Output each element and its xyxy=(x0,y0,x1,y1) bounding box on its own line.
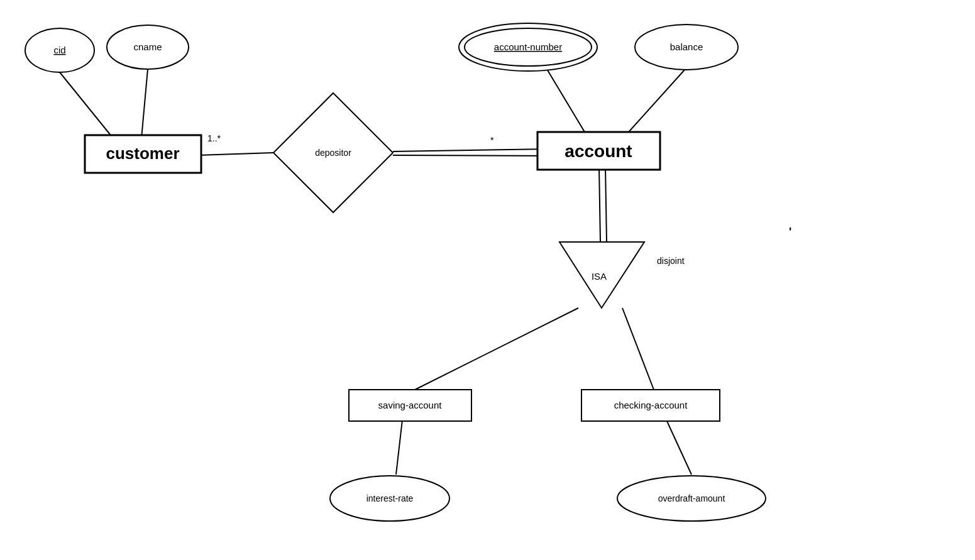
cardinality-customer: 1..* xyxy=(207,133,221,143)
isa-label: ISA xyxy=(592,271,607,282)
rel-depositor-label: depositor xyxy=(315,148,351,158)
note-dot: ' xyxy=(789,226,791,238)
attr-account-number-label: account-number xyxy=(494,41,562,52)
entity-checking-account-label: checking-account xyxy=(614,400,688,410)
svg-line-7 xyxy=(393,155,550,156)
er-diagram: cid cname account-number balance custome… xyxy=(0,0,975,560)
attr-overdraft-amount-label: overdraft-amount xyxy=(658,493,725,503)
attr-cname-label: cname xyxy=(133,41,162,52)
entity-account-label: account xyxy=(565,141,632,161)
cardinality-account: * xyxy=(490,135,494,145)
entity-saving-account-label: saving-account xyxy=(378,400,443,410)
attr-balance-label: balance xyxy=(670,41,703,52)
entity-customer-label: customer xyxy=(106,144,179,163)
attr-cid-label: cid xyxy=(53,45,65,55)
isa-disjoint-label: disjoint xyxy=(657,256,685,266)
attr-interest-rate-label: interest-rate xyxy=(366,493,414,503)
